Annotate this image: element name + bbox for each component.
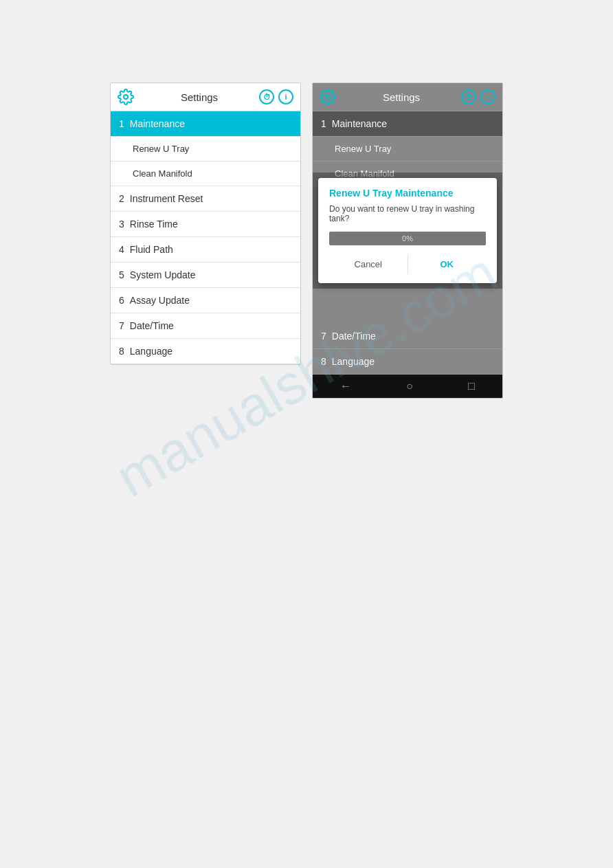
left-sub-label-clean: Clean Manifold	[133, 168, 192, 179]
left-item-label-language: Language	[130, 346, 172, 357]
left-item-label-rinse: Rinse Time	[130, 219, 178, 230]
left-item-num-1: 1	[119, 118, 124, 129]
left-menu-maintenance[interactable]: 1 Maintenance	[111, 111, 300, 137]
dialog-cancel-button[interactable]: Cancel	[329, 255, 408, 274]
dialog-title: Renew U Tray Maintenance	[329, 188, 486, 199]
dialog-ok-button[interactable]: OK	[408, 255, 487, 274]
left-menu-assay-update[interactable]: 6 Assay Update	[111, 288, 300, 313]
dialog-message: Do you want to renew U tray in washing t…	[329, 204, 486, 223]
left-menu-language[interactable]: 8 Language	[111, 339, 300, 364]
left-panel-header: Settings ⏱ i	[111, 83, 300, 111]
right-menu-maintenance[interactable]: 1 Maintenance	[313, 111, 502, 137]
dialog-overlay: Renew U Tray Maintenance Do you want to …	[313, 173, 502, 289]
left-item-label-datetime: Date/Time	[130, 320, 174, 331]
left-menu-renew-u-tray[interactable]: Renew U Tray	[111, 137, 300, 162]
left-menu-rinse-time[interactable]: 3 Rinse Time	[111, 212, 300, 237]
settings-icon	[118, 89, 134, 105]
right-item-label-datetime: Date/Time	[332, 331, 376, 342]
left-menu-datetime[interactable]: 7 Date/Time	[111, 313, 300, 339]
left-menu-fluid-path[interactable]: 4 Fluid Path	[111, 237, 300, 263]
right-menu-datetime[interactable]: 7 Date/Time	[313, 324, 502, 349]
dialog-buttons: Cancel OK	[329, 255, 486, 274]
right-panel-header: Settings ⏱ i	[313, 83, 502, 111]
dialog-progress-bar: 0%	[329, 232, 486, 245]
right-item-label-maintenance: Maintenance	[332, 118, 387, 129]
right-menu-renew-u-tray[interactable]: Renew U Tray	[313, 137, 502, 162]
info-icon-left[interactable]: i	[278, 89, 293, 104]
dialog-progress-label: 0%	[402, 234, 413, 243]
home-icon[interactable]: ○	[406, 380, 413, 392]
svg-point-1	[326, 95, 330, 99]
left-menu-instrument-reset[interactable]: 2 Instrument Reset	[111, 186, 300, 212]
recent-icon[interactable]: □	[468, 380, 475, 392]
right-panel: Settings ⏱ i 1 Maintenance Renew U Tray …	[312, 82, 503, 399]
settings-icon-right	[320, 89, 336, 105]
left-item-label-maintenance: Maintenance	[130, 118, 185, 129]
clock-icon-right[interactable]: ⏱	[461, 89, 476, 104]
left-panel-title: Settings	[140, 91, 259, 103]
left-item-label-system: System Update	[130, 269, 196, 280]
renew-u-tray-dialog: Renew U Tray Maintenance Do you want to …	[318, 178, 497, 283]
left-menu-clean-manifold[interactable]: Clean Manifold	[111, 162, 300, 186]
left-item-label-assay: Assay Update	[130, 295, 190, 306]
info-icon-right[interactable]: i	[480, 89, 495, 104]
left-item-label-reset: Instrument Reset	[130, 193, 203, 204]
right-header-icons: ⏱ i	[461, 89, 495, 104]
right-menu-language[interactable]: 8 Language	[313, 349, 502, 375]
svg-point-0	[124, 95, 128, 99]
left-sub-label-renew: Renew U Tray	[133, 144, 189, 154]
right-sub-label-renew: Renew U Tray	[335, 144, 391, 154]
left-panel: Settings ⏱ i 1 Maintenance Renew U Tray …	[110, 82, 301, 365]
left-menu-system-update[interactable]: 5 System Update	[111, 263, 300, 288]
page-wrapper: Settings ⏱ i 1 Maintenance Renew U Tray …	[110, 82, 503, 868]
clock-icon-left[interactable]: ⏱	[259, 89, 274, 104]
right-panel-title: Settings	[342, 91, 461, 103]
right-item-label-language: Language	[332, 356, 375, 367]
left-header-icons: ⏱ i	[259, 89, 293, 104]
back-icon[interactable]: ←	[340, 380, 351, 392]
bottom-nav-bar: ← ○ □	[313, 375, 502, 398]
left-item-label-fluid: Fluid Path	[130, 244, 173, 255]
